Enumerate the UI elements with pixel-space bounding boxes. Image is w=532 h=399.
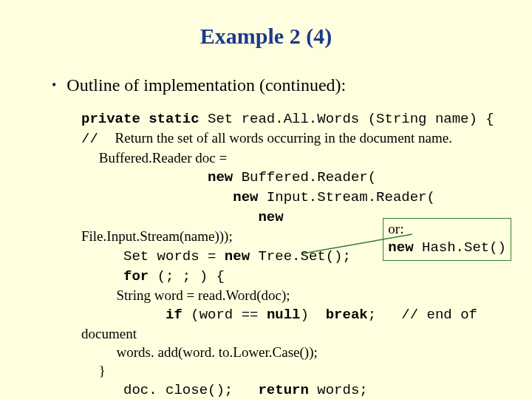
code-text: Set words =	[81, 248, 225, 265]
code-text: Buffered.Reader(	[233, 169, 376, 185]
kw-new: new	[388, 239, 413, 256]
code-text: (; ; ) {	[149, 268, 225, 284]
code-text: Set read.All.Words (String name) {	[200, 111, 494, 127]
code-line: new Input.Stream.Reader(	[81, 187, 517, 207]
code-line: private static Set read.All.Words (Strin…	[81, 109, 517, 129]
code-line: String word = read.Word(doc);	[81, 286, 517, 304]
kw-private-static: private static	[81, 111, 200, 127]
kw-return: return	[258, 382, 308, 398]
code-text: //	[81, 131, 115, 147]
kw-new: new	[233, 189, 258, 205]
code-text: doc. close();	[81, 382, 258, 398]
code-text: Input.Stream.Reader(	[258, 189, 434, 205]
kw-new: new	[258, 209, 283, 225]
code-line: words. add(word. to.Lower.Case());	[81, 343, 517, 361]
kw-new: new	[208, 169, 233, 185]
annotation-line2: new Hash.Set()	[388, 238, 506, 257]
slide-title: Example 2 (4)	[15, 24, 517, 49]
code-text	[81, 169, 208, 185]
comment-text: Return the set of all words occurring in…	[115, 130, 452, 146]
code-line: Buffered.Reader doc =	[81, 149, 517, 167]
kw-for: for	[123, 268, 149, 284]
code-text: words;	[309, 382, 368, 398]
code-text	[81, 209, 258, 225]
code-line: document	[81, 324, 517, 343]
code-line: doc. close(); return words;	[81, 380, 517, 399]
bullet-text: Outline of implementation (continued):	[66, 75, 346, 95]
code-line: new Buffered.Reader(	[81, 167, 517, 187]
code-text	[81, 189, 233, 205]
code-text	[81, 307, 166, 323]
kw-if: if	[166, 307, 183, 323]
annotation-line1: or:	[388, 220, 506, 238]
annotation-code: Hash.Set()	[414, 239, 506, 256]
code-text: ;	[368, 307, 402, 323]
code-line: // Return the set of all words occurring…	[81, 129, 517, 149]
code-line: for (; ; ) {	[81, 266, 517, 286]
code-line: }	[81, 361, 517, 380]
code-text: )	[300, 307, 325, 323]
code-text	[81, 268, 123, 284]
bullet-dot-icon: •	[52, 78, 56, 93]
code-text: Tree.Set();	[250, 248, 351, 265]
bullet-item: • Outline of implementation (continued):	[52, 75, 517, 95]
annotation-box: or: new Hash.Set()	[383, 218, 511, 261]
kw-break: break	[326, 307, 368, 323]
kw-null: null	[267, 307, 301, 323]
comment-text: // end of	[401, 307, 477, 323]
slide: Example 2 (4) • Outline of implementatio…	[0, 0, 532, 399]
code-text: (word ==	[183, 307, 267, 323]
code-line: if (word == null) break; // end of	[81, 304, 517, 324]
kw-new: new	[225, 248, 250, 265]
code-block: private static Set read.All.Words (Strin…	[81, 109, 517, 399]
